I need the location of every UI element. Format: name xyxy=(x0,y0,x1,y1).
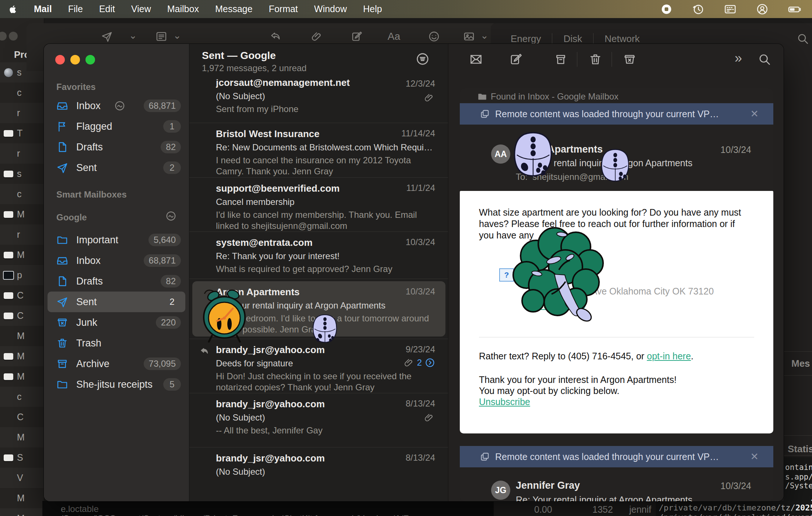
menu-item-mail[interactable]: Mail xyxy=(34,4,52,14)
apple-menu-icon[interactable] xyxy=(9,5,18,14)
junk-icon[interactable] xyxy=(623,53,636,66)
process-row[interactable]: C xyxy=(0,285,44,306)
process-row[interactable]: p xyxy=(0,265,44,285)
process-row[interactable]: M xyxy=(0,366,44,387)
menu-item-mailbox[interactable]: Mailbox xyxy=(167,4,199,14)
menu-item-help[interactable]: Help xyxy=(363,4,382,14)
close-banner-icon[interactable]: ✕ xyxy=(750,451,759,463)
sidebar-item-important[interactable]: Important 5,640 xyxy=(44,230,189,250)
process-name: M xyxy=(17,209,25,220)
sms-optin-line: Rather text? Reply to (405) 716-4545, or… xyxy=(479,351,693,362)
preview: Sent from my iPhone xyxy=(216,104,435,115)
message-row[interactable]: brandy_jsr@yahoo.com 9/23/24 Deeds for s… xyxy=(189,339,448,393)
tab-network[interactable]: Network xyxy=(594,33,651,45)
process-row[interactable]: r xyxy=(0,224,44,245)
column-header-statistics[interactable]: Statis xyxy=(788,443,812,455)
process-row[interactable]: c xyxy=(0,83,44,103)
compose-icon[interactable] xyxy=(509,53,522,66)
process-name: M xyxy=(17,432,25,443)
menu-item-view[interactable]: View xyxy=(131,4,151,14)
sidebar-item-shejitsu-receipts[interactable]: She-jitsu receipts 5 xyxy=(44,374,189,395)
time-machine-icon[interactable] xyxy=(692,3,704,15)
process-row[interactable]: M xyxy=(0,326,44,346)
sidebar-item-trash[interactable]: Trash xyxy=(44,333,189,353)
archive-icon[interactable] xyxy=(554,53,567,66)
keyboard-icon[interactable] xyxy=(724,3,737,15)
app-icon xyxy=(4,353,13,360)
sidebar-item-google-inbox[interactable]: Inbox 68,871 xyxy=(44,250,189,271)
count-badge: 220 xyxy=(156,316,181,329)
message-row[interactable]: system@entrata.com 10/3/24 Re: Thank you… xyxy=(189,231,448,279)
paperclip-icon xyxy=(424,93,434,103)
process-row[interactable]: M xyxy=(0,204,44,224)
sidebar-item-inbox[interactable]: Inbox 68,871 xyxy=(44,95,189,116)
menu-item-window[interactable]: Window xyxy=(314,4,347,14)
chevron-down-icon: ⌄ xyxy=(173,30,181,41)
message-row-selected[interactable]: Argon Apartments 10/3/24 Re: Your rental… xyxy=(189,279,448,338)
mark-unread-icon[interactable] xyxy=(469,53,483,66)
sidebar-item-junk[interactable]: Junk 220 xyxy=(44,312,189,333)
zoom-window-button[interactable] xyxy=(85,55,95,64)
process-row[interactable]: S xyxy=(0,447,44,468)
menu-item-edit[interactable]: Edit xyxy=(99,4,115,14)
trash-icon[interactable] xyxy=(589,53,602,66)
search-icon[interactable] xyxy=(758,53,771,66)
activity-value: 1352 xyxy=(592,504,613,515)
minimize-window-button[interactable] xyxy=(70,55,80,64)
process-row[interactable]: s xyxy=(0,164,44,184)
activity-value: 0.00 xyxy=(534,504,552,515)
record-icon[interactable] xyxy=(660,3,673,15)
google-account-header[interactable]: Google xyxy=(56,212,87,223)
sidebar-item-sent[interactable]: Sent 2 xyxy=(44,157,189,178)
process-row[interactable]: T xyxy=(0,123,44,143)
message-row[interactable]: support@beenverified.com 11/1/24 Cancel … xyxy=(189,177,448,231)
filter-icon[interactable] xyxy=(416,52,430,66)
menu-status-icons xyxy=(660,3,812,15)
sidebar-item-label: Junk xyxy=(76,317,97,328)
tab-energy[interactable]: Energy xyxy=(500,33,552,45)
process-row[interactable]: M xyxy=(0,245,44,265)
sidebar-item-flagged[interactable]: Flagged 1 xyxy=(44,116,189,137)
count-badge: 82 xyxy=(161,141,181,153)
message-row[interactable]: jcorsaut@nemanagement.net 12/3/24 (No Su… xyxy=(189,79,448,123)
date: 11/14/24 xyxy=(401,128,435,139)
signature-website-link[interactable]: www.argonho xyxy=(530,300,585,311)
more-toolbar-icon[interactable]: » xyxy=(735,50,742,66)
process-row[interactable]: C xyxy=(0,407,44,427)
sidebar-item-drafts[interactable]: Drafts 82 xyxy=(44,137,189,157)
sidebar-item-google-sent-selected[interactable]: Sent 2 xyxy=(48,292,185,312)
menu-item-message[interactable]: Message xyxy=(215,4,252,14)
sidebar-item-archive[interactable]: Archive 73,095 xyxy=(44,353,189,374)
close-window-button[interactable] xyxy=(55,55,65,64)
tab-disk[interactable]: Disk xyxy=(552,33,593,45)
search-icon[interactable] xyxy=(797,32,809,45)
unsubscribe-link[interactable]: Unsubscribe xyxy=(479,397,530,407)
process-row[interactable]: c xyxy=(0,387,44,407)
expand-thread-icon[interactable] xyxy=(425,358,435,368)
process-row[interactable]: M xyxy=(0,346,44,366)
menu-item-file[interactable]: File xyxy=(68,4,83,14)
menu-item-format[interactable]: Format xyxy=(269,4,298,14)
message-row[interactable]: brandy_jsr@yahoo.com 8/13/24 (No Subject… xyxy=(189,447,448,501)
message-row[interactable]: Bristol West Insurance 11/14/24 Re: New … xyxy=(189,123,448,177)
process-row[interactable]: M xyxy=(0,488,44,508)
opt-in-link[interactable]: opt-in here xyxy=(647,351,691,361)
process-row[interactable]: r xyxy=(0,103,44,123)
conversation-container: Found in Inbox - Google Mailbox Remote c… xyxy=(460,88,773,501)
process-row[interactable]: c xyxy=(0,184,44,204)
paperclip-icon xyxy=(424,412,434,423)
process-row[interactable]: V xyxy=(0,468,44,488)
process-row[interactable]: M xyxy=(0,427,44,447)
column-header-messages[interactable]: Mes xyxy=(791,358,810,369)
process-row[interactable]: M xyxy=(0,508,44,516)
date: 8/13/24 xyxy=(406,398,435,409)
sidebar-item-google-drafts[interactable]: Drafts 82 xyxy=(44,271,189,292)
process-row[interactable]: r xyxy=(0,143,44,164)
close-banner-icon[interactable]: ✕ xyxy=(750,108,759,120)
process-row[interactable]: C xyxy=(0,306,44,326)
user-icon[interactable] xyxy=(756,3,769,15)
format-aa-icon: Aa xyxy=(388,31,400,42)
message-row[interactable]: brandy_jsr@yahoo.com 8/13/24 (No Subject… xyxy=(189,393,448,447)
smart-mailboxes-header[interactable]: Smart Mailboxes xyxy=(56,189,127,200)
preview: I'd like to cancel my membership. Thank … xyxy=(216,209,435,231)
